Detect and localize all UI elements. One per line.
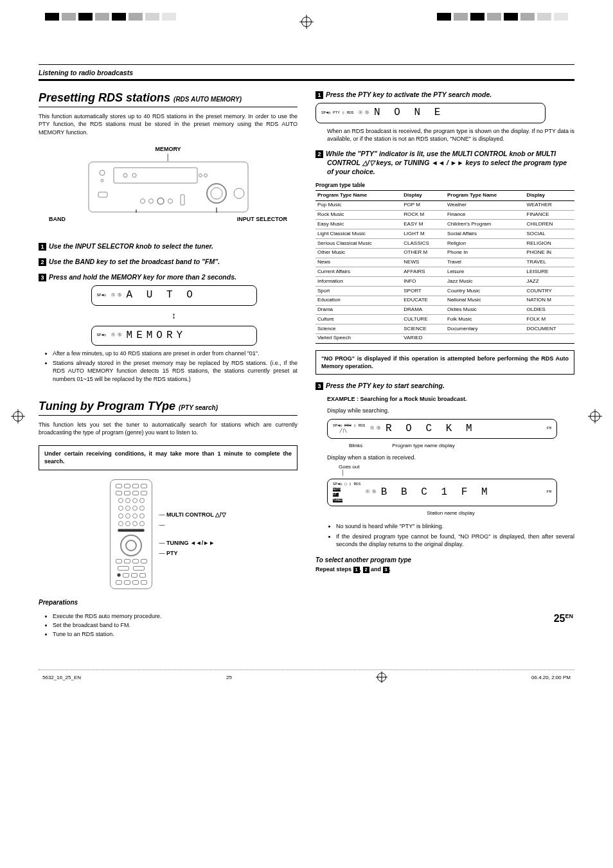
svg-point-9 xyxy=(207,184,226,203)
svg-rect-3 xyxy=(98,192,107,197)
diagram-selector-label: INPUT SELECTOR xyxy=(237,215,287,223)
received-caption: Display when a station is received. xyxy=(327,454,574,461)
table-row: NewsNEWSTravelTRAVEL xyxy=(315,258,574,267)
table-row: Easy MusicEASY MChildren's ProgramCHILDR… xyxy=(315,220,574,229)
table-row: Serious Classical MusicCLASSICSReligionR… xyxy=(315,239,574,249)
svg-rect-4 xyxy=(114,168,197,183)
table-row: CultureCULTUREFolk MusicFOLK M xyxy=(315,315,574,324)
right-step2: 2While the "PTY" indicator is lit, use t… xyxy=(315,149,574,177)
example-title: EXAMPLE : Searching for a Rock Music bro… xyxy=(327,395,574,403)
left-column: Presetting RDS stations (RDS AUTO MEMORY… xyxy=(39,90,298,644)
table-row: ScienceSCIENCEDocumentaryDOCUMENT xyxy=(315,324,574,334)
preparations-list: Execute the RDS auto memory procedure. S… xyxy=(39,612,298,638)
right-step3: 3Press the PTY key to start searching. xyxy=(315,381,574,390)
footer-mid: 25 xyxy=(226,675,232,680)
section-header: Listening to radio broadcasts xyxy=(39,64,574,76)
intro-presetting: This function automatically stores up to… xyxy=(39,112,298,136)
svg-point-6 xyxy=(132,173,136,177)
searching-caption: Display while searching. xyxy=(327,407,574,414)
diagram-top-label: MEMORY xyxy=(39,145,298,153)
footer-right: 06.4.20, 2:00 PM xyxy=(531,675,571,680)
pty-th3: Program Type Name xyxy=(445,191,525,201)
after-lcd-text: When an RDS broadcast is received, the p… xyxy=(315,127,574,143)
right-step1: 1Press the PTY key to activate the PTY s… xyxy=(315,90,574,99)
lcd-memory: SP◄◎ Ⓐ Ⓑ MEMORY xyxy=(91,326,257,346)
svg-point-2 xyxy=(101,179,103,182)
left-bullet2: Stations already stored in the preset me… xyxy=(53,359,298,382)
table-row: Current AffairsAFFAIRSLeisureLEISURE xyxy=(315,267,574,277)
prep-item1: Execute the RDS auto memory procedure. xyxy=(53,612,298,620)
pty-table: Program Type Name Display Program Type N… xyxy=(315,190,574,344)
left-bullets: After a few minutes, up to 40 RDS statio… xyxy=(39,350,298,383)
side-reg-left xyxy=(13,411,23,421)
blinks-label: Blinks xyxy=(349,443,362,450)
remote-label-multi: MULTI CONTROL △/▽ xyxy=(159,509,226,520)
front-panel-diagram xyxy=(88,161,249,213)
table-row: InformationINFOJazz MusicJAZZ xyxy=(315,277,574,287)
svg-point-5 xyxy=(123,173,127,177)
footer-reg-mark xyxy=(377,673,386,682)
footer: 5632_16_25_EN 25 06.4.20, 2:00 PM xyxy=(39,669,574,682)
preparations-title: Preparations xyxy=(39,598,298,607)
svg-point-7 xyxy=(199,174,202,177)
select-another-heading: To select another program type xyxy=(315,556,574,565)
footer-left: 5632_16_25_EN xyxy=(42,675,81,680)
pty-th1: Program Type Name xyxy=(315,191,402,201)
lcd-bbc: SP◄◎ ▢ ▯ RDSAUTO ST. TUNED Ⓐ Ⓑ B B C 1 F… xyxy=(327,479,557,506)
lcd-rockm: SP◄◎ PTY ▯ RDS ╱│╲ Ⓐ Ⓑ R O C K M FM xyxy=(327,419,557,439)
remote-label-pty: PTY xyxy=(159,548,226,558)
title-presetting-sub: (RDS AUTO MEMORY) xyxy=(173,96,242,103)
svg-point-15 xyxy=(168,199,172,204)
prep-item3: Tune to an RDS station. xyxy=(53,630,298,638)
svg-point-14 xyxy=(157,198,164,204)
svg-point-11 xyxy=(234,188,244,199)
svg-point-10 xyxy=(211,188,222,199)
svg-point-13 xyxy=(148,199,153,204)
end-bullet2: If the desired program type cannot be fo… xyxy=(336,533,574,548)
right-column: 1Press the PTY key to activate the PTY s… xyxy=(315,90,574,644)
title-tuning-main: Tuning by Program TYpe xyxy=(39,400,175,412)
svg-point-12 xyxy=(140,199,145,204)
title-presetting-main: Presetting RDS stations xyxy=(39,91,170,104)
search-note-box: Under certain receiving conditions, it m… xyxy=(39,445,298,470)
crop-marks-top xyxy=(0,13,613,39)
title-tuning-sub: (PTY search) xyxy=(179,404,218,411)
left-step3: 3Press and hold the MEMORY key for more … xyxy=(39,272,298,281)
title-presetting: Presetting RDS stations (RDS AUTO MEMORY… xyxy=(39,90,298,107)
left-step2: 2Use the BAND key to set the broadcast b… xyxy=(39,257,298,266)
table-row: DramaDRAMAOldies MusicOLDIES xyxy=(315,305,574,315)
table-row: Rock MusicROCK MFinanceFINANCE xyxy=(315,210,574,220)
side-reg-right xyxy=(590,411,600,421)
noprog-box: "NO PROG" is displayed if this operation… xyxy=(315,350,574,375)
table-row: Light Classical MusicLIGHT MSocial Affai… xyxy=(315,229,574,239)
lcd-none: SP◄◎ PTY ▯ RDS Ⓐ Ⓑ N O N E xyxy=(315,103,546,123)
svg-rect-16 xyxy=(181,195,184,205)
pty-th2: Display xyxy=(402,191,445,201)
prep-item2: Set the broadcast band to FM. xyxy=(53,621,298,629)
intro-tuning: This function lets you set the tuner to … xyxy=(39,421,298,436)
table-row: EducationEDUCATENational MusicNATION M xyxy=(315,296,574,305)
table-row: Pop MusicPOP MWeatherWEATHER xyxy=(315,200,574,210)
diagram-band-label: BAND xyxy=(49,215,66,223)
station-name-label: Station name display xyxy=(327,510,574,517)
title-tuning: Tuning by Program TYpe (PTY search) xyxy=(39,398,298,416)
remote-diagram: MULTI CONTROL △/▽ TUNING ◄◄/►► PTY xyxy=(39,479,298,589)
lcd-auto: SP◄◎ Ⓐ Ⓑ A U T O xyxy=(91,285,257,306)
section-rule xyxy=(39,79,574,81)
pty-table-title: Program type table xyxy=(315,182,574,189)
table-row: Varied SpeechVARIED xyxy=(315,333,574,343)
diagram-bottom-labels: BAND INPUT SELECTOR xyxy=(49,215,287,223)
svg-point-8 xyxy=(204,174,207,177)
goes-out-label: Goes out xyxy=(339,464,574,471)
table-row: SportSPORTCountry MusicCOUNTRY xyxy=(315,287,574,296)
end-bullet1: No sound is heard while "PTY" is blinkin… xyxy=(336,522,574,530)
left-step1: 1Use the INPUT SELECTOR knob to select t… xyxy=(39,242,298,251)
svg-point-1 xyxy=(100,170,105,175)
page-number: 25EN xyxy=(554,612,573,626)
ptyname-label: Program type name display xyxy=(392,443,454,450)
end-bullets: No sound is heard while "PTY" is blinkin… xyxy=(327,522,574,547)
left-bullet1: After a few minutes, up to 40 RDS statio… xyxy=(53,350,298,357)
repeat-steps-line: Repeat steps 1, 2 and 3. xyxy=(315,565,574,573)
table-row: Other MusicOTHER MPhone InPHONE IN xyxy=(315,248,574,258)
remote-label-tuning: TUNING ◄◄/►► xyxy=(159,538,226,548)
